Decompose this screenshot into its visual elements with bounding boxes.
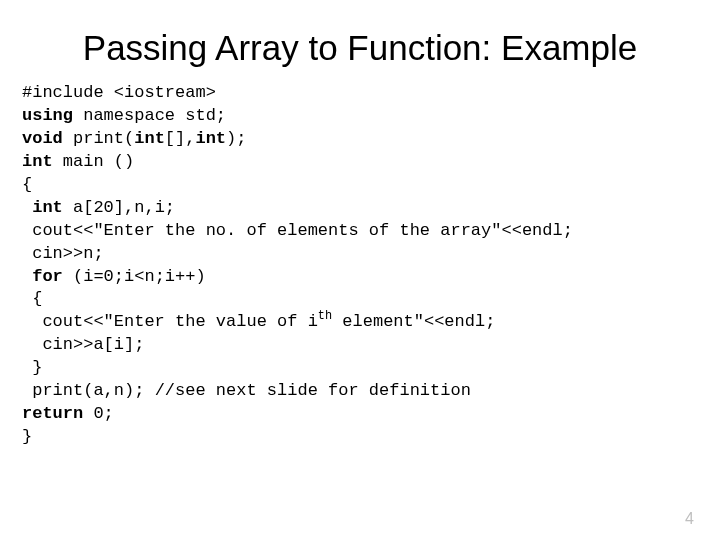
superscript-th: th [318,310,332,324]
keyword-int-3: int [22,152,53,171]
code-comment: //see next slide for definition [155,381,471,400]
code-line-11a: cout<<"Enter the value of i [22,312,318,331]
keyword-return: return [22,404,83,423]
keyword-using: using [22,106,73,125]
code-line-10: { [22,289,42,308]
keyword-int-2: int [195,129,226,148]
keyword-void: void [22,129,63,148]
code-line-1: #include <iostream> [22,83,216,102]
code-line-3d: [], [165,129,196,148]
code-line-6b: a[20],n,i; [63,198,175,217]
code-line-9b: (i=0;i<n;i++) [63,267,206,286]
code-block: #include <iostream> using namespace std;… [20,82,700,449]
code-line-8: cin>>n; [22,244,104,263]
code-line-4b: main () [53,152,135,171]
code-line-5: { [22,175,32,194]
code-line-12: cin>>a[i]; [22,335,144,354]
code-line-3b: print( [63,129,134,148]
code-line-14a: print(a,n); [22,381,155,400]
code-line-15b: 0; [83,404,114,423]
code-line-3f: ); [226,129,246,148]
keyword-for: for [22,267,63,286]
keyword-int-1: int [134,129,165,148]
slide-title: Passing Array to Function: Example [20,28,700,68]
code-line-16: } [22,427,32,446]
code-line-11c: element"<<endl; [332,312,495,331]
keyword-int-4: int [22,198,63,217]
slide: Passing Array to Function: Example #incl… [0,0,720,540]
code-line-7: cout<<"Enter the no. of elements of the … [22,221,573,240]
page-number: 4 [685,510,694,528]
code-line-13: } [22,358,42,377]
code-line-2b: namespace std; [73,106,226,125]
